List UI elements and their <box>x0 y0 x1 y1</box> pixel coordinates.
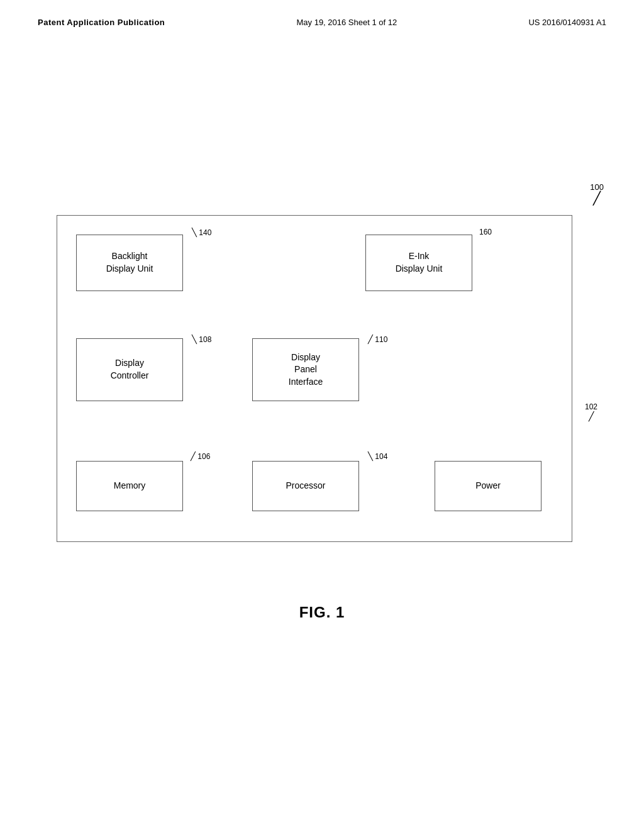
ref-104-number: 104 <box>375 452 387 461</box>
ref-102-number: 102 <box>585 402 597 411</box>
display-controller-box: Display Controller <box>76 338 183 401</box>
display-panel-interface-label: Display Panel Interface <box>289 351 323 389</box>
ref-104-arrow: ╲ <box>368 451 373 461</box>
processor-box: Processor <box>252 461 359 511</box>
display-panel-interface-box: Display Panel Interface <box>252 338 359 401</box>
figure-label: FIG. 1 <box>0 604 644 621</box>
ref-110-number: 110 <box>375 335 387 344</box>
eink-display-unit-box: E-Ink Display Unit <box>365 235 472 291</box>
ref-102-arrow: ╱ <box>589 411 594 421</box>
page-header: Patent Application Publication May 19, 2… <box>0 0 644 27</box>
backlight-display-unit-box: Backlight Display Unit <box>76 235 183 291</box>
ref-106-arrow: ╱ <box>191 451 196 461</box>
ref-108-number: 108 <box>199 335 211 344</box>
ref-108-label: ╲ 108 <box>192 335 211 344</box>
ref-106-number: 106 <box>197 452 210 461</box>
header-left: Patent Application Publication <box>38 18 165 27</box>
ref-100-arrow: ╱ <box>590 192 604 204</box>
ref-110-label: ╱ 110 <box>368 335 387 344</box>
ref-110-arrow: ╱ <box>368 335 373 344</box>
ref-100-label: 100 ╱ <box>590 182 604 204</box>
display-controller-label: Display Controller <box>111 357 149 382</box>
ref-160-label: 160 <box>479 228 492 236</box>
header-right: US 2016/0140931 A1 <box>528 18 606 27</box>
header-center: May 19, 2016 Sheet 1 of 12 <box>296 18 397 27</box>
diagram-wrapper: 100 ╱ Backlight Display Unit E-Ink Displ… <box>57 182 604 553</box>
power-label: Power <box>475 480 501 492</box>
ref-160-number: 160 <box>479 228 492 236</box>
power-box: Power <box>435 461 541 511</box>
ref-102-label: 102 ╱ <box>585 402 597 421</box>
ref-106-label: ╱ 106 <box>191 451 210 461</box>
diagram-area: 100 ╱ Backlight Display Unit E-Ink Displ… <box>57 182 604 553</box>
ref-140-number: 140 <box>199 228 211 237</box>
processor-label: Processor <box>286 480 325 492</box>
memory-label: Memory <box>114 480 146 492</box>
eink-display-unit-label: E-Ink Display Unit <box>396 250 443 275</box>
backlight-display-unit-label: Backlight Display Unit <box>106 250 153 275</box>
ref-104-label: ╲ 104 <box>368 451 387 461</box>
memory-box: Memory <box>76 461 183 511</box>
main-outer-box: Backlight Display Unit E-Ink Display Uni… <box>57 215 572 542</box>
ref-140-label: ╲ 140 <box>192 228 211 237</box>
ref-140-arrow: ╲ <box>192 228 197 237</box>
ref-100-number: 100 <box>590 182 604 192</box>
ref-108-arrow: ╲ <box>192 335 197 344</box>
